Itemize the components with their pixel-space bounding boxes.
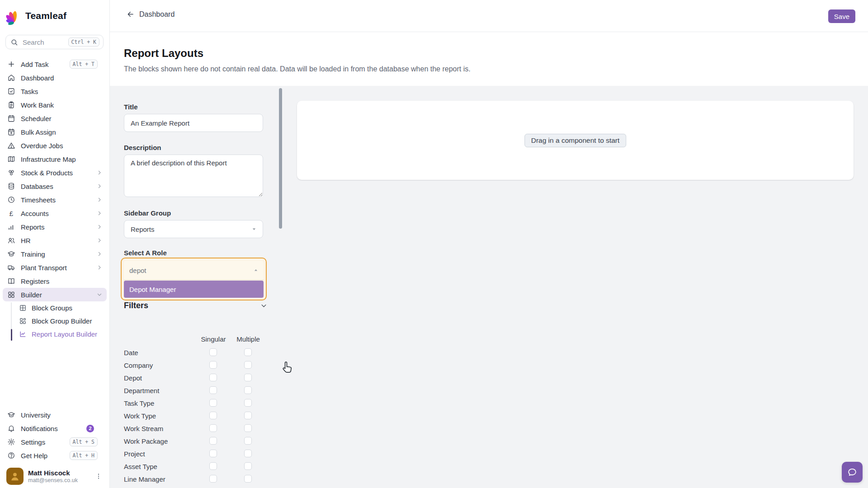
sidebar-group-label: Sidebar Group xyxy=(124,209,171,217)
sidebar-item-block-group-builder[interactable]: Block Group Builder xyxy=(0,314,109,328)
back-to-dashboard[interactable]: Dashboard xyxy=(126,10,175,19)
sidebar-item-accounts[interactable]: Accounts xyxy=(0,206,109,220)
checkbox-project-multiple[interactable] xyxy=(244,450,252,457)
home-icon xyxy=(7,74,15,82)
sidebar-item-reports[interactable]: Reports xyxy=(0,220,109,234)
notifications-badge: 2 xyxy=(86,425,94,432)
calendar-icon xyxy=(7,114,15,122)
report-canvas-dropzone[interactable]: Drag in a component to start xyxy=(297,101,854,180)
chevron-right-icon xyxy=(97,224,102,230)
sidebar-item-training[interactable]: Training xyxy=(0,247,109,261)
avatar xyxy=(6,468,24,485)
bell-icon xyxy=(7,424,15,432)
checkbox-work-type-multiple[interactable] xyxy=(244,412,252,419)
people-icon xyxy=(7,236,15,244)
sidebar-item-university[interactable]: University xyxy=(0,408,109,422)
submenu-active-indicator xyxy=(11,329,12,341)
sidebar-group-select[interactable]: Reports xyxy=(124,220,263,238)
sidebar-item-databases[interactable]: Databases xyxy=(0,179,109,193)
sidebar-item-add-task[interactable]: Add Task Alt + T xyxy=(0,57,109,71)
checkbox-department-singular[interactable] xyxy=(209,386,217,394)
sidebar-item-get-help[interactable]: Get Help Alt + H xyxy=(0,449,109,462)
sidebar-bottom-nav: University Notifications 2 Settings Alt … xyxy=(0,408,109,462)
graduation-cap-icon xyxy=(7,411,15,419)
chevron-up-icon xyxy=(253,267,259,273)
checkbox-date-multiple[interactable] xyxy=(244,348,252,356)
page-header: Report Layouts The blocks shown here do … xyxy=(124,47,471,73)
sidebar-nav: Add Task Alt + T Dashboard Tasks Work Ba… xyxy=(0,57,109,341)
checkbox-depot-multiple[interactable] xyxy=(244,374,252,381)
sidebar-item-dashboard[interactable]: Dashboard xyxy=(0,71,109,84)
sidebar-item-infrastructure-map[interactable]: Infrastructure Map xyxy=(0,152,109,166)
chevron-down-icon xyxy=(97,292,102,297)
chevron-right-icon xyxy=(97,197,102,202)
sidebar-item-stock-products[interactable]: Stock & Products xyxy=(0,166,109,179)
checkbox-asset-type-multiple[interactable] xyxy=(244,462,252,470)
page-subtitle: The blocks shown here do not contain rea… xyxy=(124,65,471,73)
panel-scrollbar[interactable] xyxy=(279,88,282,229)
filter-row-project: Project xyxy=(124,447,267,460)
main-content: Dashboard Save Report Layouts The blocks… xyxy=(110,0,868,488)
sidebar-item-registers[interactable]: Registers xyxy=(0,274,109,288)
filters-table: Singular Multiple Date Company Depot Dep… xyxy=(124,335,267,485)
checkbox-work-type-singular[interactable] xyxy=(209,412,217,419)
checkbox-line-manager-multiple[interactable] xyxy=(244,475,252,483)
profile-name: Matt Hiscock xyxy=(28,469,93,477)
user-profile[interactable]: Matt Hiscock matt@senses.co.uk xyxy=(0,465,109,488)
checkbox-work-package-multiple[interactable] xyxy=(244,437,252,445)
sidebar-item-builder[interactable]: Builder xyxy=(3,288,107,301)
profile-menu-icon[interactable] xyxy=(93,471,104,482)
database-icon xyxy=(7,182,15,190)
search-input[interactable]: Search Ctrl + K xyxy=(5,35,104,49)
filters-heading: Filters xyxy=(124,301,260,310)
get-help-shortcut: Alt + H xyxy=(70,451,98,460)
page-title: Report Layouts xyxy=(124,47,471,60)
sidebar-item-plant-transport[interactable]: Plant Transport xyxy=(0,261,109,274)
description-textarea[interactable]: A brief description of this Report xyxy=(124,155,263,197)
checkbox-company-singular[interactable] xyxy=(209,361,217,369)
checkbox-date-singular[interactable] xyxy=(209,348,217,356)
save-button[interactable]: Save xyxy=(828,9,855,23)
sidebar-item-work-bank[interactable]: Work Bank xyxy=(0,98,109,112)
checkbox-work-stream-singular[interactable] xyxy=(209,424,217,432)
sidebar-item-timesheets[interactable]: Timesheets xyxy=(0,193,109,206)
mouse-pointer-cursor xyxy=(280,361,294,375)
chevron-right-icon xyxy=(97,170,102,175)
sidebar-item-bulk-assign[interactable]: Bulk Assign xyxy=(0,125,109,139)
hexagons-icon xyxy=(7,169,15,177)
checkbox-line-manager-singular[interactable] xyxy=(209,475,217,483)
clock-icon xyxy=(7,196,15,204)
settings-shortcut: Alt + S xyxy=(70,437,98,446)
title-input[interactable] xyxy=(124,114,263,132)
role-search-field[interactable] xyxy=(124,261,264,280)
chart-line-icon xyxy=(19,330,27,338)
checkbox-task-type-multiple[interactable] xyxy=(244,399,252,407)
filter-row-asset-type: Asset Type xyxy=(124,460,267,473)
sidebar-item-tasks[interactable]: Tasks xyxy=(0,84,109,98)
checkbox-project-singular[interactable] xyxy=(209,450,217,457)
chevron-right-icon xyxy=(97,211,102,216)
sidebar-item-settings[interactable]: Settings Alt + S xyxy=(0,435,109,449)
sidebar-item-block-groups[interactable]: Block Groups xyxy=(0,301,109,314)
role-search-input[interactable] xyxy=(129,267,253,274)
sidebar-item-notifications[interactable]: Notifications 2 xyxy=(0,422,109,435)
sidebar-item-report-layout-builder[interactable]: Report Layout Builder xyxy=(0,328,109,341)
sidebar-item-hr[interactable]: HR xyxy=(0,234,109,247)
checkbox-asset-type-singular[interactable] xyxy=(209,462,217,470)
sidebar-item-overdue-jobs[interactable]: Overdue Jobs xyxy=(0,139,109,152)
sidebar-item-scheduler[interactable]: Scheduler xyxy=(0,112,109,125)
dropzone-placeholder: Drag in a component to start xyxy=(524,134,627,147)
role-combobox: Depot Manager xyxy=(121,258,267,300)
checkbox-department-multiple[interactable] xyxy=(244,386,252,394)
checkbox-work-stream-multiple[interactable] xyxy=(244,424,252,432)
checkbox-company-multiple[interactable] xyxy=(244,361,252,369)
filter-row-company: Company xyxy=(124,359,267,371)
role-label: Select A Role xyxy=(124,249,167,257)
filters-table-header: Singular Multiple xyxy=(124,335,267,346)
chat-fab-button[interactable] xyxy=(842,462,863,483)
chat-bubble-icon xyxy=(847,467,858,478)
checkbox-depot-singular[interactable] xyxy=(209,374,217,381)
role-option-depot-manager[interactable]: Depot Manager xyxy=(124,281,264,298)
checkbox-task-type-singular[interactable] xyxy=(209,399,217,407)
checkbox-work-package-singular[interactable] xyxy=(209,437,217,445)
